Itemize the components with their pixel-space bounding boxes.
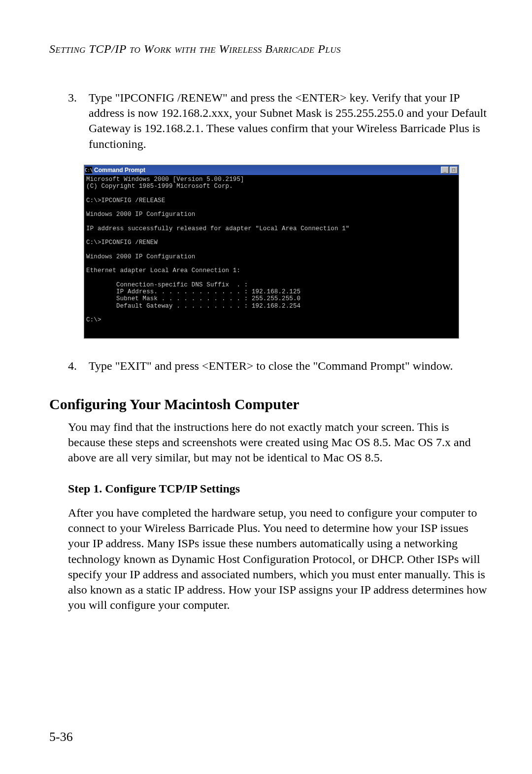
page-number: 5-36 — [49, 730, 73, 744]
running-header: Setting TCP/IP to Work with the Wireless… — [49, 42, 488, 56]
step-4-number: 4. — [68, 358, 89, 374]
section-heading-mac: Configuring Your Macintosh Computer — [49, 396, 488, 413]
command-prompt-titlebar: C:\ Command Prompt _ □ — [84, 165, 459, 175]
command-prompt-title: Command Prompt — [94, 167, 145, 174]
step-3: 3. Type "IPCONFIG /RENEW" and press the … — [68, 90, 488, 152]
window-buttons: _ □ — [441, 167, 458, 174]
step1-body: After you have completed the hardware se… — [68, 505, 488, 613]
step1-heading: Step 1. Configure TCP/IP Settings — [68, 482, 488, 495]
minimize-button[interactable]: _ — [441, 167, 449, 174]
mac-intro-paragraph: You may find that the instructions here … — [68, 420, 488, 466]
step-4: 4. Type "EXIT" and press <ENTER> to clos… — [68, 358, 488, 374]
step-4-text: Type "EXIT" and press <ENTER> to close t… — [89, 358, 488, 374]
step-3-text: Type "IPCONFIG /RENEW" and press the <EN… — [89, 90, 488, 152]
maximize-button[interactable]: □ — [450, 167, 458, 174]
command-prompt-body[interactable]: Microsoft Windows 2000 [Version 5.00.219… — [84, 175, 459, 339]
step-3-number: 3. — [68, 90, 89, 152]
command-prompt-window: C:\ Command Prompt _ □ Microsoft Windows… — [84, 165, 459, 339]
command-prompt-icon: C:\ — [85, 167, 92, 174]
